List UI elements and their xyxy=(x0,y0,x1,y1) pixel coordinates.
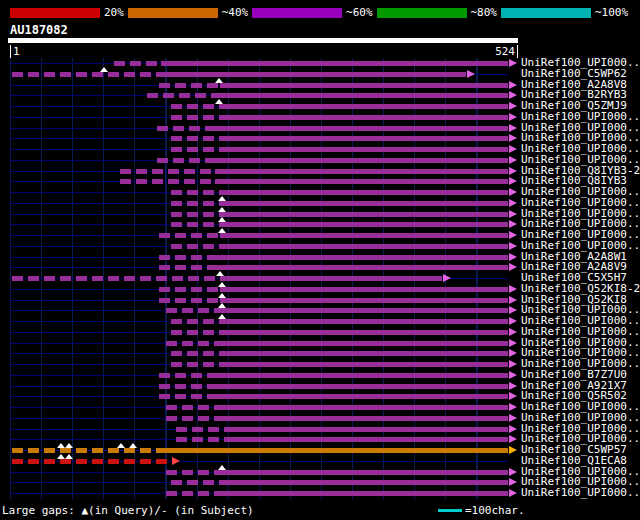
hsp-solid-segment xyxy=(220,298,508,303)
gap-marker-icon xyxy=(65,454,73,459)
hsp-solid-segment xyxy=(161,61,508,66)
hsp-solid-segment xyxy=(215,179,508,184)
hsp-dashed-segment xyxy=(171,136,221,141)
hsp-dashed-segment xyxy=(166,341,220,346)
hsp-solid-segment xyxy=(215,255,508,260)
gap-marker-icon xyxy=(100,67,108,72)
hit-arrow-icon xyxy=(509,188,517,196)
hit-arrow-icon xyxy=(509,285,517,293)
hsp-dashed-segment xyxy=(171,362,221,367)
gap-marker-icon xyxy=(218,228,226,233)
identity-scale-bar: 20%~40%~60%~80%~100% xyxy=(10,6,632,20)
hsp-dashed-segment xyxy=(147,93,220,98)
hsp-solid-segment xyxy=(215,158,508,163)
hsp-dashed-segment xyxy=(159,373,214,378)
hsp-dashed-segment xyxy=(166,491,220,496)
gap-marker-icon xyxy=(218,303,226,308)
hsp-solid-segment xyxy=(220,190,508,195)
hsp-dashed-segment xyxy=(176,427,226,432)
hsp-dashed-segment xyxy=(159,83,220,88)
hsp-solid-segment xyxy=(220,201,508,206)
hsp-solid-segment xyxy=(220,115,508,120)
hit-arrow-icon xyxy=(509,242,517,250)
hit-arrow-icon xyxy=(509,199,517,207)
hsp-dashed-segment xyxy=(157,126,215,131)
ruler-start-label: 1 xyxy=(10,45,20,58)
hit-arrow-icon xyxy=(509,360,517,368)
hsp-dashed-segment xyxy=(166,470,220,475)
hsp-dashed-segment xyxy=(166,405,220,410)
hsp-dashed-segment xyxy=(171,201,221,206)
hsp-dashed-segment xyxy=(171,480,221,485)
scale-label: ~60% xyxy=(342,6,377,20)
query-name: AU187082 xyxy=(10,23,68,37)
hsp-dashed-segment xyxy=(171,212,221,217)
hsp-dashed-segment xyxy=(12,448,161,453)
hit-arrow-icon xyxy=(509,253,517,261)
scale-label: ~40% xyxy=(218,6,253,20)
hit-arrow-icon xyxy=(509,91,517,99)
gap-marker-icon xyxy=(218,196,226,201)
hit-arrow-icon xyxy=(509,59,517,67)
hit-label[interactable]: UniRef100_UPI000.. xyxy=(521,488,640,499)
scale-segment-20pct xyxy=(10,8,100,18)
alignment-row[interactable]: UniRef100_UPI000.. xyxy=(0,488,640,499)
hsp-dashed-segment xyxy=(171,222,221,227)
hsp-dashed-segment xyxy=(120,179,215,184)
hit-arrow-icon xyxy=(509,339,517,347)
ruler-end-label: 524 xyxy=(495,45,518,58)
hsp-dashed-segment xyxy=(166,308,220,313)
hsp-solid-segment xyxy=(161,72,466,77)
hsp-solid-segment xyxy=(220,93,508,98)
hit-arrow-icon xyxy=(509,349,517,357)
hsp-solid-segment xyxy=(220,351,508,356)
gap-marker-icon xyxy=(218,465,226,470)
gap-marker-icon xyxy=(216,271,224,276)
scale-label: ~100% xyxy=(591,6,632,20)
hit-arrow-icon xyxy=(509,156,517,164)
hsp-solid-segment xyxy=(220,222,508,227)
hsp-solid-segment xyxy=(161,448,508,453)
hit-arrow-icon xyxy=(509,414,517,422)
hsp-dashed-segment xyxy=(12,276,221,281)
scale-segment-60pct xyxy=(252,8,342,18)
hsp-solid-segment xyxy=(220,470,508,475)
hsp-solid-segment xyxy=(225,427,508,432)
hsp-dashed-segment xyxy=(159,384,214,389)
hsp-dashed-segment xyxy=(159,255,214,260)
gap-marker-icon xyxy=(218,314,226,319)
hsp-dashed-segment xyxy=(12,72,161,77)
hit-arrow-icon xyxy=(509,210,517,218)
query-ruler-bar xyxy=(8,38,518,43)
hit-arrow-icon xyxy=(509,371,517,379)
alignment-plot: UniRef100_UPI000..UniRef100_C5WP62UniRef… xyxy=(0,58,640,500)
hsp-solid-segment xyxy=(215,169,508,174)
hit-arrow-icon xyxy=(509,435,517,443)
gap-marker-icon xyxy=(218,282,226,287)
hsp-solid-segment xyxy=(215,373,508,378)
hit-arrow-icon xyxy=(509,317,517,325)
hsp-solid-segment xyxy=(215,384,508,389)
hit-arrow-icon xyxy=(443,274,451,282)
hit-arrow-icon xyxy=(509,296,517,304)
hsp-solid-segment xyxy=(220,147,508,152)
hit-arrow-icon xyxy=(509,489,517,497)
gap-marker-icon xyxy=(215,99,223,104)
hsp-solid-segment xyxy=(220,83,508,88)
hsp-dashed-segment xyxy=(157,158,215,163)
hit-arrow-icon xyxy=(509,403,517,411)
gap-marker-icon xyxy=(117,443,125,448)
legend-footer: Large gaps: ▲(in Query)/- (in Subject) =… xyxy=(2,504,638,518)
hsp-dashed-segment xyxy=(159,298,220,303)
hit-arrow-icon xyxy=(509,177,517,185)
hsp-dashed-segment xyxy=(171,330,221,335)
scale-length-label: =100char. xyxy=(465,504,525,517)
hit-arrow-icon xyxy=(509,167,517,175)
hsp-solid-segment xyxy=(220,244,508,249)
hsp-solid-segment xyxy=(220,287,508,292)
hsp-solid-segment xyxy=(220,233,508,238)
hsp-dashed-segment xyxy=(159,287,220,292)
hit-arrow-icon xyxy=(509,102,517,110)
gap-marker-icon xyxy=(218,293,226,298)
hit-arrow-icon xyxy=(467,70,475,78)
